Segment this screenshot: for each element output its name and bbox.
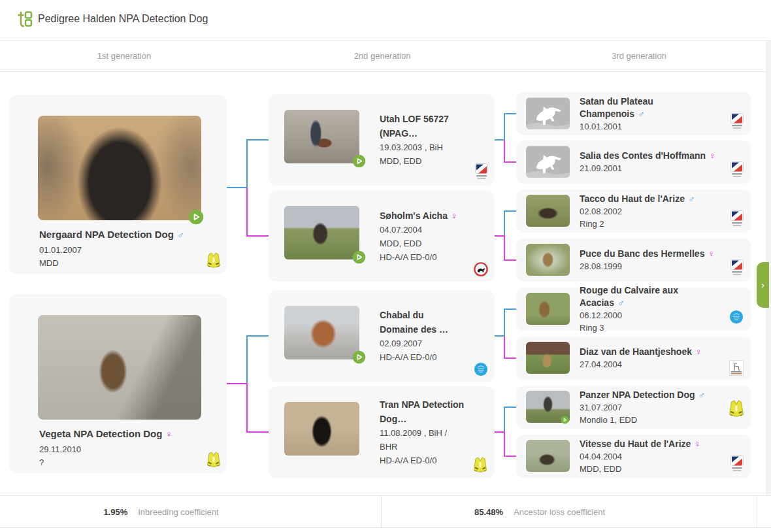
kennel-lineart-logo-icon [729, 360, 744, 376]
pedigree-tree-icon [16, 10, 33, 28]
dog-card-rouge[interactable]: Rouge du Calvaire aux Acacias♂ 06.12.200… [516, 288, 751, 331]
generation-label-2: 2nd generation [354, 51, 411, 61]
dog-titles: MDD, EDD [580, 463, 717, 475]
dog-name: Chabal du Domaine des … [380, 308, 465, 337]
dog-birthdate: 19.03.2003 , BiH [380, 141, 465, 154]
play-video-icon[interactable] [561, 416, 569, 424]
header: Pedigree Halden NPA Detection Dog [0, 0, 771, 41]
dog-name: Rouge du Calvaire aux Acacias♂ [580, 284, 717, 309]
dog-name: Nergaard NPA Detection Dog♂ [39, 227, 203, 242]
dog-card-vitesse[interactable]: Vitesse du Haut de l'Arize♀ 04.04.2004 M… [516, 435, 751, 478]
dog-birthdate: 04.04.2004 [580, 450, 717, 463]
dog-birthdate: 10.01.2001 [580, 120, 717, 133]
female-icon: ♀ [451, 210, 458, 221]
dog-name: Diaz van de Haantjeshoek♀ [580, 346, 717, 358]
dog-card-vegeta[interactable]: Vegeta NPA Detection Dog♀ 29.11.2010 ? [9, 294, 227, 473]
dog-name: Puce du Banc des Hermelles♀ [580, 248, 717, 260]
dog-card-nergaard[interactable]: Nergaard NPA Detection Dog♂ 01.01.2007 M… [9, 95, 227, 274]
dog-photo [526, 244, 570, 276]
dog-titles: ? [39, 456, 203, 469]
blue-club-logo-icon [729, 310, 744, 324]
dog-photo [38, 315, 201, 420]
dog-birthdate: 01.01.2007 [39, 244, 203, 257]
dog-card-salia[interactable]: Salia des Contes d'Hoffmann♀ 21.09.2001 [516, 141, 751, 184]
dog-photo [38, 116, 201, 220]
dog-card-diaz[interactable]: Diaz van de Haantjeshoek♀ 27.04.2004 [516, 337, 751, 380]
dog-photo [526, 342, 570, 374]
play-video-icon[interactable] [352, 154, 366, 168]
generation-bar: 1st generation 2nd generation 3rd genera… [0, 41, 771, 72]
male-icon: ♂ [638, 108, 645, 119]
dog-birthdate: 02.09.2007 [380, 337, 465, 350]
male-icon: ♂ [177, 229, 184, 240]
dog-card-chabal[interactable]: Chabal du Domaine des … 02.09.2007 HD-A/… [269, 290, 495, 382]
female-icon: ♀ [165, 429, 172, 439]
dog-birthdate: 02.08.2002 [580, 205, 717, 218]
dog-birthdate: 21.09.2001 [580, 162, 717, 175]
centrale-canine-logo-icon [730, 161, 744, 178]
expand-panel-button[interactable]: › [757, 262, 769, 308]
dog-name: Søholm's Aicha♀ [380, 208, 465, 223]
dog-titles: MDD, EDD [380, 237, 465, 250]
male-icon: ♂ [617, 297, 625, 308]
working-vest-icon [206, 452, 221, 467]
dog-birthdate: 06.12.2000 [580, 309, 717, 322]
dog-birthdate: 31.07.2007 [580, 401, 717, 414]
dog-card-aicha[interactable]: Søholm's Aicha♀ 04.07.2004 MDD, EDD HD-A… [269, 190, 495, 282]
female-icon: ♀ [695, 346, 702, 357]
dog-card-panzer[interactable]: Panzer NPA Detection Dog♂ 31.07.2007 Mon… [516, 386, 751, 429]
male-icon: ♂ [698, 390, 706, 400]
dog-photo [526, 440, 570, 472]
dog-name: Satan du Plateau Champenois♂ [580, 95, 717, 120]
pedigree-page: Pedigree Halden NPA Detection Dog 1st ge… [0, 0, 771, 532]
centrale-canine-logo-icon [730, 113, 744, 130]
dog-card-tacco[interactable]: Tacco du Haut de l'Arize♂ 02.08.2002 Rin… [516, 190, 751, 233]
dog-silhouette-icon [526, 146, 570, 178]
dog-photo [526, 195, 570, 227]
dog-titles: Ring 3 [580, 322, 717, 334]
dog-photo-placeholder [526, 97, 570, 129]
generation-label-3: 3rd generation [612, 51, 666, 61]
dog-name: Salia des Contes d'Hoffmann♀ [580, 150, 717, 162]
female-icon: ♀ [694, 439, 701, 449]
dog-titles: MDD, EDD [380, 154, 465, 168]
centrale-canine-logo-icon [730, 259, 744, 276]
dog-name: Utah LOF 56727 (NPAG… [380, 112, 465, 141]
working-vest-icon [206, 252, 221, 268]
chevron-right-icon: › [761, 280, 764, 290]
dog-birthdate: 28.08.1999 [580, 260, 717, 273]
play-video-icon[interactable] [352, 350, 366, 364]
play-video-icon[interactable] [188, 209, 204, 225]
dog-titles: Ring 2 [580, 218, 717, 230]
generation-label-1: 1st generation [97, 51, 151, 61]
dog-titles: MDD [39, 257, 203, 270]
dog-health: HD-A/A ED-0/0 [380, 454, 465, 467]
inbreeding-label: Inbreeding coefficient [138, 507, 218, 517]
dog-name: Panzer NPA Detection Dog♂ [580, 389, 717, 401]
dog-photo-placeholder [526, 146, 570, 178]
play-video-icon[interactable] [352, 250, 366, 264]
dog-birthdate: 27.04.2004 [580, 358, 717, 371]
dog-card-satan[interactable]: Satan du Plateau Champenois♂ 10.01.2001 [516, 92, 751, 135]
dog-health: HD-A/A ED-0/0 [380, 250, 465, 264]
centrale-canine-logo-icon [475, 163, 488, 180]
dog-card-puce[interactable]: Puce du Banc des Hermelles♀ 28.08.1999 [516, 239, 751, 282]
ancestor-loss-label: Ancestor loss coefficient [514, 507, 605, 517]
dog-birthdate: 11.08.2009 , BiH / BHR [380, 426, 465, 454]
danish-kennel-club-logo-icon [474, 262, 488, 276]
centrale-canine-logo-icon [730, 456, 744, 473]
coefficients-footer: 1.95% Inbreeding coefficient 85.48% Ance… [0, 495, 771, 528]
female-icon: ♀ [709, 150, 716, 161]
dog-card-utah[interactable]: Utah LOF 56727 (NPAG… 19.03.2003 , BiH M… [269, 94, 495, 186]
blue-club-logo-icon [474, 362, 488, 376]
dog-name: Vitesse du Haut de l'Arize♀ [580, 438, 717, 450]
dog-photo [284, 206, 359, 259]
inbreeding-coefficient-cell: 1.95% Inbreeding coefficient [0, 496, 381, 527]
dog-silhouette-icon [526, 97, 570, 129]
dog-name: Tacco du Haut de l'Arize♂ [580, 193, 717, 205]
dog-name: Tran NPA Detection Dog… [380, 397, 465, 426]
page-title: Pedigree Halden NPA Detection Dog [38, 13, 208, 25]
dog-card-tran[interactable]: Tran NPA Detection Dog… 11.08.2009 , BiH… [269, 386, 495, 478]
dog-name: Vegeta NPA Detection Dog♀ [39, 427, 203, 441]
inbreeding-value: 1.95% [103, 507, 127, 517]
